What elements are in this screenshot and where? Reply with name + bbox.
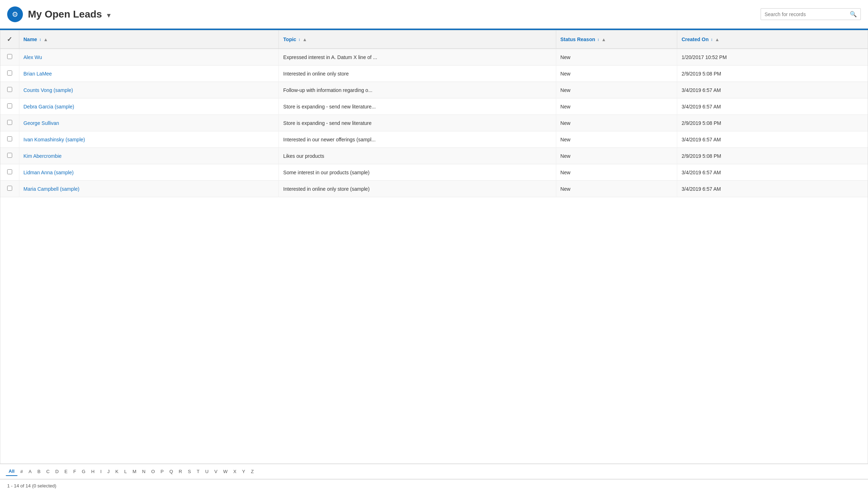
row-checkbox[interactable] (0, 131, 19, 148)
lead-name-link[interactable]: Ivan Komashinsky (sample) (24, 137, 85, 142)
row-select-checkbox[interactable] (7, 153, 12, 158)
page-header: ⚙ My Open Leads ▾ 🔍 (0, 0, 868, 29)
alphabet-bar: All#ABCDEFGHIJKLMNOPQRSTUVWXYZ (0, 464, 868, 479)
table-row[interactable]: Ivan Komashinsky (sample) Interested in … (0, 131, 868, 148)
alpha-item-all[interactable]: All (6, 467, 18, 476)
table-row[interactable]: Maria Campbell (sample) Interested in on… (0, 181, 868, 197)
page-title: My Open Leads ▾ (28, 9, 110, 20)
topic-filter-icon[interactable]: ▲ (302, 37, 307, 42)
row-select-checkbox[interactable] (7, 87, 12, 92)
column-header-topic[interactable]: Topic ↕ ▲ (279, 30, 556, 49)
alpha-item-k[interactable]: K (112, 467, 121, 476)
alpha-item-w[interactable]: W (220, 467, 230, 476)
lead-name-link[interactable]: Kim Abercrombie (24, 153, 62, 159)
alpha-item-c[interactable]: C (43, 467, 52, 476)
column-header-name[interactable]: Name ↕ ▲ (19, 30, 279, 49)
alpha-item-l[interactable]: L (121, 467, 130, 476)
row-created-on: 1/20/2017 10:52 PM (677, 49, 868, 65)
search-box[interactable]: 🔍 (761, 8, 861, 20)
alpha-item-e[interactable]: E (62, 467, 71, 476)
table-row[interactable]: Alex Wu Expressed interest in A. Datum X… (0, 49, 868, 65)
table-row[interactable]: Debra Garcia (sample) Store is expanding… (0, 98, 868, 115)
lead-name-link[interactable]: Lidman Anna (sample) (24, 170, 74, 175)
lead-name-link[interactable]: Brian LaMee (24, 71, 52, 77)
status-filter-icon[interactable]: ▲ (601, 37, 606, 42)
row-name[interactable]: Maria Campbell (sample) (19, 181, 279, 197)
column-header-status-reason[interactable]: Status Reason ↕ ▲ (556, 30, 677, 49)
alpha-item-#[interactable]: # (18, 467, 26, 476)
select-all-checkbox[interactable]: ✓ (7, 36, 12, 43)
alpha-item-a[interactable]: A (26, 467, 35, 476)
column-header-check[interactable]: ✓ (0, 30, 19, 49)
alpha-item-b[interactable]: B (35, 467, 44, 476)
alpha-item-q[interactable]: Q (166, 467, 176, 476)
row-checkbox[interactable] (0, 148, 19, 164)
row-name[interactable]: George Sullivan (19, 115, 279, 131)
alpha-item-n[interactable]: N (139, 467, 148, 476)
table-row[interactable]: Brian LaMee Interested in online only st… (0, 65, 868, 82)
row-checkbox[interactable] (0, 164, 19, 181)
table-row[interactable]: Counts Vong (sample) Follow-up with info… (0, 82, 868, 98)
row-name[interactable]: Lidman Anna (sample) (19, 164, 279, 181)
row-name[interactable]: Kim Abercrombie (19, 148, 279, 164)
lead-name-link[interactable]: Alex Wu (24, 54, 42, 60)
row-select-checkbox[interactable] (7, 103, 12, 108)
alpha-item-m[interactable]: M (130, 467, 139, 476)
footer: 1 - 14 of 14 (0 selected) (0, 479, 868, 491)
table-row[interactable]: George Sullivan Store is expanding - sen… (0, 115, 868, 131)
table-row[interactable]: Kim Abercrombie Likes our products New 2… (0, 148, 868, 164)
row-checkbox[interactable] (0, 49, 19, 65)
alpha-item-t[interactable]: T (194, 467, 202, 476)
row-checkbox[interactable] (0, 82, 19, 98)
alpha-item-z[interactable]: Z (248, 467, 257, 476)
alpha-item-v[interactable]: V (212, 467, 220, 476)
alpha-item-j[interactable]: J (105, 467, 113, 476)
alpha-item-i[interactable]: I (97, 467, 105, 476)
search-input[interactable] (765, 11, 848, 17)
row-name[interactable]: Counts Vong (sample) (19, 82, 279, 98)
row-checkbox[interactable] (0, 65, 19, 82)
row-checkbox[interactable] (0, 181, 19, 197)
leads-table-container[interactable]: ✓ Name ↕ ▲ Topic ↕ ▲ (0, 30, 868, 464)
alpha-item-p[interactable]: P (158, 467, 167, 476)
title-dropdown-chevron[interactable]: ▾ (107, 12, 110, 19)
status-sort-icon[interactable]: ↕ (597, 38, 600, 42)
row-select-checkbox[interactable] (7, 169, 12, 174)
row-checkbox[interactable] (0, 98, 19, 115)
row-select-checkbox[interactable] (7, 54, 12, 59)
row-select-checkbox[interactable] (7, 120, 12, 125)
name-filter-icon[interactable]: ▲ (43, 37, 48, 42)
column-header-created-on[interactable]: Created On ↕ ▲ (677, 30, 868, 49)
alpha-item-y[interactable]: Y (239, 467, 248, 476)
alpha-item-g[interactable]: G (79, 467, 88, 476)
lead-name-link[interactable]: George Sullivan (24, 120, 59, 126)
created-filter-icon[interactable]: ▲ (715, 37, 719, 42)
search-icon[interactable]: 🔍 (850, 11, 857, 18)
alpha-item-x[interactable]: X (231, 467, 239, 476)
alpha-item-u[interactable]: U (202, 467, 211, 476)
lead-name-link[interactable]: Maria Campbell (sample) (24, 186, 79, 192)
alpha-item-d[interactable]: D (53, 467, 62, 476)
alpha-item-f[interactable]: F (71, 467, 79, 476)
lead-name-link[interactable]: Debra Garcia (sample) (24, 104, 74, 110)
created-sort-icon[interactable]: ↕ (711, 38, 713, 42)
alpha-item-r[interactable]: R (176, 467, 185, 476)
alpha-item-h[interactable]: H (88, 467, 97, 476)
row-select-checkbox[interactable] (7, 186, 12, 191)
row-name[interactable]: Brian LaMee (19, 65, 279, 82)
row-checkbox[interactable] (0, 115, 19, 131)
topic-sort-icon[interactable]: ↕ (299, 38, 301, 42)
row-name[interactable]: Debra Garcia (sample) (19, 98, 279, 115)
row-select-checkbox[interactable] (7, 136, 12, 141)
row-name[interactable]: Alex Wu (19, 49, 279, 65)
lead-name-link[interactable]: Counts Vong (sample) (24, 87, 73, 93)
alpha-item-s[interactable]: S (185, 467, 194, 476)
row-select-checkbox[interactable] (7, 71, 12, 76)
table-row[interactable]: Lidman Anna (sample) Some interest in ou… (0, 164, 868, 181)
name-sort-icon[interactable]: ↕ (39, 38, 42, 42)
row-status-reason: New (556, 82, 677, 98)
row-name[interactable]: Ivan Komashinsky (sample) (19, 131, 279, 148)
row-created-on: 3/4/2019 6:57 AM (677, 131, 868, 148)
row-status-reason: New (556, 164, 677, 181)
alpha-item-o[interactable]: O (148, 467, 157, 476)
